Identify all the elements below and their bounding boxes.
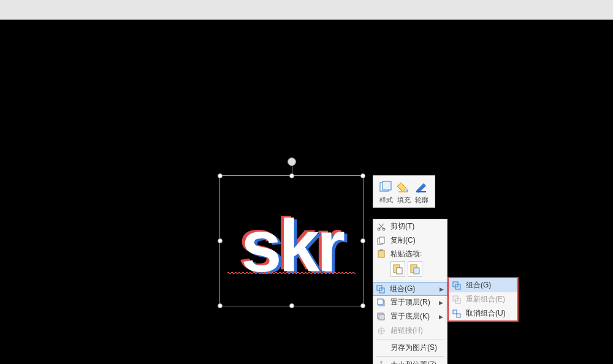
svg-rect-3 [416,191,426,192]
menu-copy[interactable]: 复制(C) [373,233,447,248]
copy-icon [376,235,387,246]
spellcheck-underline [227,272,356,274]
style-label: 样式 [379,195,393,205]
resize-handle-mr[interactable] [360,238,365,243]
menu-copy-label: 复制(C) [390,235,443,246]
resize-handle-tr[interactable] [360,173,365,178]
paste-icon [376,248,387,259]
menu-group-label: 组合(G) [390,284,437,294]
svg-rect-28 [457,314,460,317]
menu-hyperlink: 超链接(H) [373,324,447,338]
regroup-icon [451,294,462,305]
context-menu: 剪切(T) 复制(C) 粘贴选项: 组合(G) ▶ 置于顶层(R) ▶ 置于底层… [373,219,447,364]
menu-save-as-picture-label: 另存为图片(S) [390,343,443,353]
resize-handle-tm[interactable] [289,173,294,178]
resize-handle-br[interactable] [360,303,365,308]
svg-rect-9 [379,249,383,251]
menu-group[interactable]: 组合(G) ▶ [373,282,447,296]
menu-cut-label: 剪切(T) [390,221,443,232]
mini-toolbar: 样式 填充 轮廓 [373,175,435,208]
menu-send-back-label: 置于底层(K) [390,311,436,322]
menu-cut[interactable]: 剪切(T) [373,219,447,233]
menu-send-back[interactable]: 置于底层(K) ▶ [373,309,447,324]
submenu-arrow-icon: ▶ [440,286,444,292]
menu-bring-front-label: 置于顶层(R) [390,297,436,308]
submenu-arrow-icon: ▶ [439,300,443,306]
ribbon-placeholder [0,0,613,20]
menu-paste-label: 粘贴选项: [390,249,443,259]
cut-icon [376,221,387,232]
resize-handle-tl[interactable] [218,173,223,178]
menu-size-position-label: 大小和位置(Z) [390,360,443,364]
group-submenu: 组合(G) 重新组合(E) 取消组合(U) [447,277,519,322]
style-button[interactable] [379,180,394,194]
bring-front-icon [376,297,387,308]
group-icon [451,280,462,291]
svg-rect-11 [397,268,402,274]
hyperlink-icon [376,325,387,336]
submenu-regroup-label: 重新组合(E) [466,294,514,305]
menu-save-as-picture[interactable]: 另存为图片(S) [373,341,447,355]
blank-icon [376,343,387,354]
menu-separator-3 [376,356,444,357]
paste-option-1[interactable] [390,261,405,277]
svg-rect-13 [414,268,419,274]
text-layer-white: skr [241,205,342,287]
resize-handle-bl[interactable] [218,303,223,308]
paste-option-row [373,260,447,279]
outline-button[interactable] [414,180,429,194]
menu-separator-2 [376,339,444,339]
menu-paste-options: 粘贴选项: [373,248,447,260]
svg-rect-7 [379,237,384,243]
svg-rect-17 [378,299,383,305]
outline-label: 轮廓 [415,195,428,205]
svg-rect-1 [383,181,391,190]
svg-rect-19 [379,314,384,320]
submenu-group-label: 组合(G) [466,280,514,290]
text-content[interactable]: skr skr skr [226,209,357,282]
selection-box[interactable]: skr skr skr [219,175,364,306]
paste-option-2[interactable] [408,261,422,277]
menu-separator-1 [376,281,444,281]
send-back-icon [376,311,387,322]
ungroup-icon [451,308,462,319]
fill-label: 填充 [397,195,411,205]
submenu-group[interactable]: 组合(G) [449,278,517,292]
slide-canvas[interactable]: skr skr skr 样式 填充 轮廓 剪 [0,20,613,364]
menu-hyperlink-label: 超链接(H) [390,325,443,336]
menu-size-position[interactable]: 大小和位置(Z) [373,358,447,364]
rotation-handle[interactable] [287,157,296,166]
submenu-regroup: 重新组合(E) [449,292,517,306]
svg-rect-27 [453,310,457,314]
submenu-ungroup-label: 取消组合(U) [466,308,514,319]
svg-rect-8 [378,251,384,257]
rotation-stem [292,165,292,173]
resize-handle-bm[interactable] [289,303,294,308]
svg-rect-2 [398,191,407,192]
group-icon [375,284,386,295]
fill-button[interactable] [397,180,411,194]
size-position-icon [376,360,387,365]
menu-bring-front[interactable]: 置于顶层(R) ▶ [373,295,447,309]
submenu-arrow-icon: ▶ [439,314,443,320]
resize-handle-ml[interactable] [218,238,223,243]
submenu-ungroup[interactable]: 取消组合(U) [449,306,517,320]
